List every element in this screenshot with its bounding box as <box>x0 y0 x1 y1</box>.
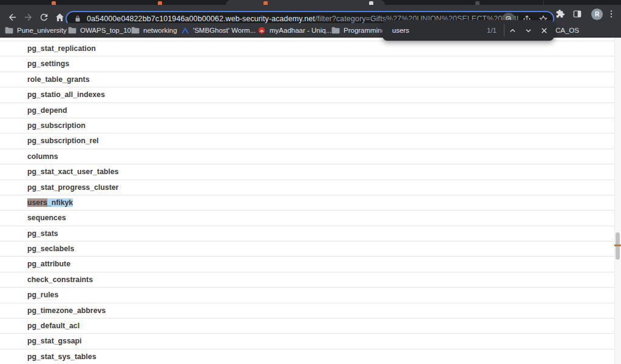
smbghost-logo-icon <box>181 27 189 34</box>
list-item: check_constraints <box>0 272 621 288</box>
find-next-button[interactable] <box>520 22 536 38</box>
bookmark-programming[interactable]: Programming <box>331 23 385 38</box>
extensions-puzzle-icon[interactable] <box>555 9 565 19</box>
table-list: pg_stat_replicationpg_settingsrole_table… <box>0 38 621 364</box>
menu-kebab-icon[interactable] <box>606 9 616 19</box>
list-item: pg_subscription <box>0 118 621 133</box>
find-previous-button[interactable] <box>504 22 520 38</box>
side-panel-icon[interactable] <box>572 9 582 19</box>
folder-icon <box>68 27 76 34</box>
profile-avatar[interactable]: R <box>591 8 603 20</box>
find-close-button[interactable] <box>536 22 552 38</box>
scrollbar-track[interactable] <box>614 38 621 364</box>
list-item: pg_subscription_rel <box>0 133 621 149</box>
active-tab[interactable] <box>226 0 385 5</box>
tab-strip[interactable] <box>0 0 621 5</box>
bookmark-label: 'SMBGhost' Worm... <box>193 27 256 34</box>
list-item: pg_stat_sys_tables <box>0 349 621 364</box>
lock-icon[interactable] <box>74 15 81 22</box>
bookmark-label: myAadhaar - Uniq... <box>270 27 331 34</box>
find-match-scroll-marker <box>614 244 621 246</box>
list-item: pg_stat_replication <box>0 41 621 56</box>
list-item: pg_stat_progress_cluster <box>0 180 621 195</box>
list-item: sequences <box>0 211 621 226</box>
bookmark-label: Pune_university <box>17 27 67 34</box>
bookmark-myaadhaar[interactable]: myAadhaar - Uniq... <box>257 23 331 38</box>
text-selection-highlight: _nfikyk <box>47 198 73 207</box>
bookmark-label: networking <box>143 27 177 34</box>
home-icon <box>55 12 65 22</box>
close-icon <box>541 27 548 34</box>
bookmark-networking[interactable]: networking <box>131 23 177 38</box>
list-item: pg_default_acl <box>0 318 621 334</box>
bookmark-ca-os[interactable]: CA_OS <box>555 23 579 38</box>
folder-icon <box>131 27 140 34</box>
forward-button[interactable] <box>22 11 34 23</box>
list-item: pg_depend <box>0 103 621 118</box>
reload-button[interactable] <box>38 11 50 23</box>
page-content: pg_stat_replicationpg_settingsrole_table… <box>0 38 621 364</box>
list-item: columns <box>0 149 621 164</box>
list-item: role_table_grants <box>0 72 621 87</box>
bookmark-owaps-top-10[interactable]: OWAPS_top_10 <box>68 23 131 38</box>
find-match-highlight: users <box>27 198 47 207</box>
reload-icon <box>39 12 49 22</box>
back-arrow-icon <box>7 12 18 22</box>
bookmark-smbghost-worm[interactable]: 'SMBGhost' Worm... <box>181 23 256 38</box>
list-item: pg_statio_all_indexes <box>0 87 621 103</box>
chevron-down-icon <box>525 27 532 34</box>
folder-icon <box>5 27 13 34</box>
list-item: pg_stats <box>0 226 621 241</box>
list-item: pg_stat_gssapi <box>0 334 621 349</box>
list-item: pg_attribute <box>0 257 621 272</box>
tab-separator <box>543 1 544 5</box>
home-button[interactable] <box>53 11 66 23</box>
list-item: pg_settings <box>0 56 621 72</box>
list-item: pg_rules <box>0 288 621 303</box>
list-item: pg_timezone_abbrevs <box>0 303 621 318</box>
list-item: pg_seclabels <box>0 241 621 257</box>
bookmark-label: Programming <box>344 27 385 34</box>
myaadhaar-logo-icon <box>257 27 266 34</box>
find-input[interactable]: users <box>392 27 487 34</box>
forward-arrow-icon <box>23 12 33 22</box>
chevron-up-icon <box>509 27 516 34</box>
browser-window: 0a54000e04822bb7c101946a00b00062.web-sec… <box>0 0 621 364</box>
list-item: pg_stat_xact_user_tables <box>0 164 621 180</box>
bookmark-pune-university[interactable]: Pune_university <box>5 23 67 38</box>
back-button[interactable] <box>6 11 18 23</box>
bookmark-label: OWAPS_top_10 <box>80 27 131 34</box>
folder-icon <box>331 27 340 34</box>
bookmark-label: CA_OS <box>555 27 579 34</box>
list-item: users_nfikyk <box>0 195 621 211</box>
url-domain: 0a54000e04822bb7c101946a00b00062.web-sec… <box>87 15 315 23</box>
find-match-count: 1/1 <box>487 27 497 34</box>
find-bar: users 1/1 <box>382 20 554 41</box>
